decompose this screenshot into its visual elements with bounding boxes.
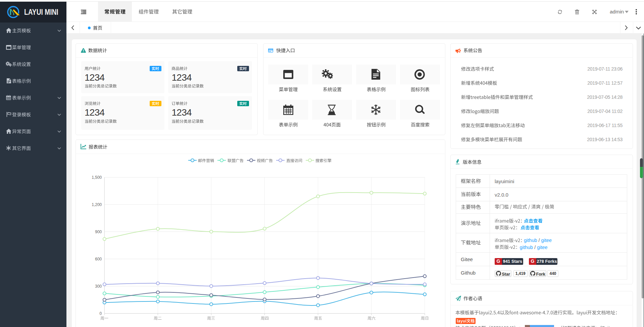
svg-text:0: 0 — [100, 311, 102, 316]
svg-text:900: 900 — [95, 230, 102, 234]
svg-text:600: 600 — [95, 257, 102, 261]
svg-text:300: 300 — [95, 284, 102, 289]
svg-text:1,500: 1,500 — [92, 175, 102, 180]
svg-text:1,200: 1,200 — [92, 202, 102, 207]
